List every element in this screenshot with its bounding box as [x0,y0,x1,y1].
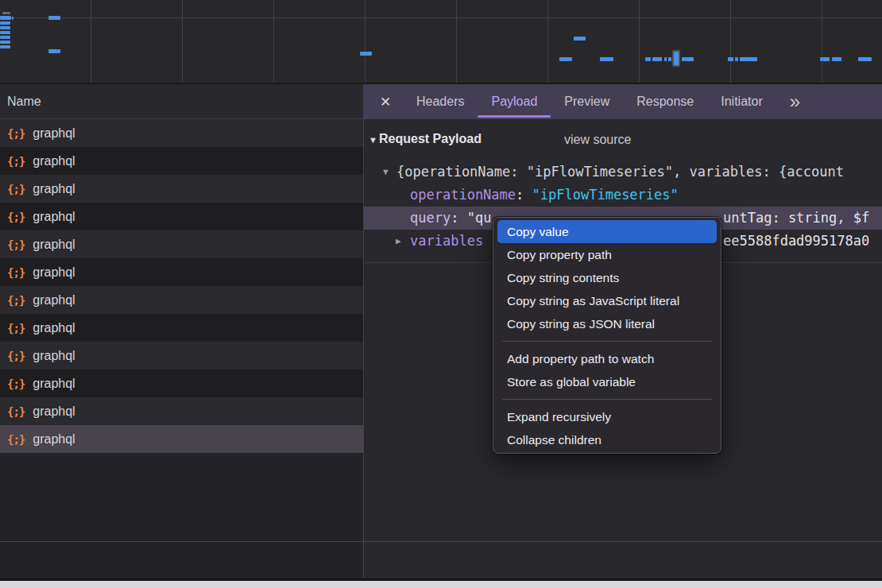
request-timeline-bar [0,36,10,39]
request-row[interactable]: {;}graphql [0,119,363,147]
request-name: graphql [33,154,75,168]
request-row[interactable]: {;}graphql [0,397,363,425]
json-file-icon: {;} [7,183,25,195]
overview-lane-divider [0,17,882,18]
menu-item-copy-value[interactable]: Copy value [497,220,717,243]
menu-separator [502,341,712,342]
request-name: graphql [33,377,75,391]
more-tabs-icon[interactable]: » [790,86,800,118]
request-timeline-bar [735,57,738,61]
request-timeline-bar [645,57,651,61]
section-collapse-icon[interactable]: ▼ [369,135,377,145]
collapse-triangle-icon[interactable]: ▼ [383,161,389,184]
request-timeline-bar [820,57,830,61]
request-timeline-bar [740,57,757,61]
json-file-icon: {;} [7,433,25,446]
menu-item-copy-string-as-javascript-literal[interactable]: Copy string as JavaScript literal [497,289,717,312]
json-key: operationName [410,187,516,203]
request-timeline-bar [0,26,10,29]
request-timeline-bar [12,17,14,20]
menu-item-collapse-children[interactable]: Collapse children [497,428,717,451]
json-file-icon: {;} [7,127,25,140]
json-file-icon: {;} [7,211,25,223]
tab-initiator[interactable]: Initiator [721,84,762,119]
menu-item-add-property-path-to-watch[interactable]: Add property path to watch [497,347,717,370]
request-row[interactable]: {;}graphql [0,286,363,314]
json-root-preview: {operationName: "ipFlowTimeseries", vari… [364,164,844,180]
menu-item-copy-property-path[interactable]: Copy property path [497,243,717,266]
request-row[interactable]: {;}graphql [0,175,363,203]
section-title: Request Payload [379,132,482,146]
request-timeline-bar [48,16,60,20]
request-row[interactable]: {;}graphql [0,203,363,230]
tab-payload[interactable]: Payload [491,84,537,119]
request-row[interactable]: {;}graphql [0,342,363,369]
request-row[interactable]: {;}graphql [0,258,363,286]
request-name: graphql [33,349,75,363]
request-name: graphql [33,404,75,419]
page-background-strip [0,581,882,588]
request-timeline-bar [728,57,733,61]
json-key: query [410,210,451,226]
request-timeline-bar [832,57,841,61]
json-value-right-fragment: untTag: string, $f [723,207,869,230]
request-list: {;}graphql{;}graphql{;}graphql{;}graphql… [0,119,363,453]
name-column-header[interactable]: Name [0,84,363,119]
summary-bar-divider [0,541,882,542]
view-source-link[interactable]: view source [564,133,631,147]
request-timeline-bar [574,37,586,41]
json-file-icon: {;} [7,405,25,418]
close-icon[interactable]: ✕ [380,94,399,110]
request-timeline-bar [0,21,10,25]
request-name: graphql [33,321,75,335]
request-row[interactable]: {;}graphql [0,230,363,258]
request-row[interactable]: {;}graphql [0,425,363,453]
request-timeline-bar [0,31,10,34]
json-value-left-fragment: "qu [467,210,492,226]
tab-response[interactable]: Response [636,84,694,119]
details-tabs: HeadersPayloadPreviewResponseInitiator [416,84,790,119]
expand-triangle-icon[interactable]: ▶ [396,230,401,253]
name-column-label: Name [7,95,41,108]
request-name: graphql [33,293,75,308]
json-root-row[interactable]: ▼ {operationName: "ipFlowTimeseries", va… [364,161,882,184]
json-file-icon: {;} [7,238,25,251]
request-timeline-bar [682,57,694,61]
request-name: graphql [33,182,75,196]
json-row-operation-name[interactable]: operationName: "ipFlowTimeseries" [364,184,882,207]
json-file-icon: {;} [7,350,25,362]
network-overview-timeline[interactable] [0,0,882,84]
context-menu: Copy valueCopy property pathCopy string … [493,217,721,454]
json-file-icon: {;} [7,155,25,168]
request-name: graphql [33,210,75,224]
menu-item-copy-string-as-json-literal[interactable]: Copy string as JSON literal [497,312,717,335]
json-file-icon: {;} [7,322,25,335]
json-string-value: "ipFlowTimeseries" [532,187,679,203]
json-key: variables [410,233,483,249]
request-timeline-bar [2,12,10,14]
request-payload-section-header[interactable]: ▼ Request Payload view source [364,129,882,153]
request-timeline-bar [858,57,872,61]
request-timeline-bar [674,52,679,65]
devtools-network-panel: Name {;}graphql{;}graphql{;}graphql{;}gr… [0,0,882,588]
json-file-icon: {;} [7,377,25,390]
request-name: graphql [33,238,75,252]
tab-headers[interactable]: Headers [416,84,464,119]
menu-item-store-as-global-variable[interactable]: Store as global variable [497,370,717,393]
request-timeline-bar [652,57,662,61]
request-timeline-bar [664,57,667,61]
request-name: graphql [33,265,75,280]
request-name: graphql [33,432,75,447]
request-timeline-bar [360,52,372,56]
json-file-icon: {;} [7,294,25,307]
request-timeline-bar [0,16,11,20]
request-timeline-bar [0,45,10,48]
request-row[interactable]: {;}graphql [0,369,363,397]
tab-preview[interactable]: Preview [564,84,609,119]
request-row[interactable]: {;}graphql [0,314,363,342]
request-row[interactable]: {;}graphql [0,147,363,175]
menu-item-copy-string-contents[interactable]: Copy string contents [497,266,717,289]
details-tab-bar: ✕ HeadersPayloadPreviewResponseInitiator… [364,84,882,119]
menu-separator [502,399,712,400]
menu-item-expand-recursively[interactable]: Expand recursively [497,405,717,428]
